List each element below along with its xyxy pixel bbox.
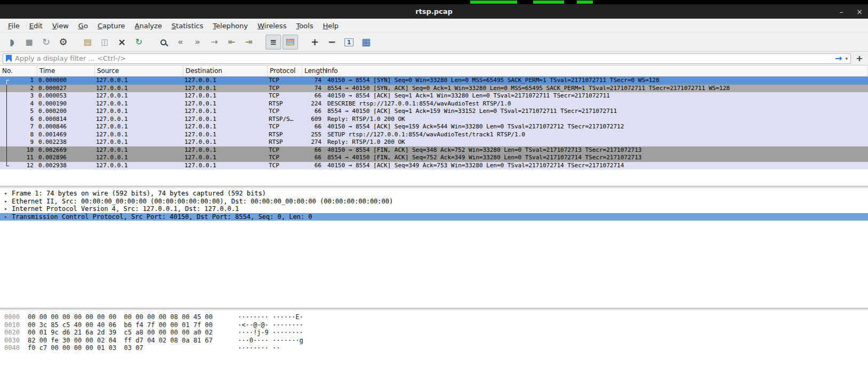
first-packet-icon: ⇤	[228, 38, 235, 46]
zoom-original-icon: 1	[344, 38, 354, 46]
menu-tools[interactable]: Tools	[291, 20, 318, 32]
capture-options-button[interactable]: ⚙	[55, 35, 71, 50]
menu-statistics[interactable]: Statistics	[167, 20, 208, 32]
open-file-button[interactable]: ▤	[80, 35, 95, 50]
packet-row[interactable]: 20.000027127.0.0.1127.0.0.1TCP748554 → 4…	[0, 85, 868, 93]
save-file-button[interactable]: ◫	[97, 35, 112, 50]
packet-list-header: No. Time Source Destination Protocol Len…	[0, 66, 868, 77]
titlebar[interactable]: rtsp.pcap – ×	[0, 4, 868, 19]
hex-row[interactable]: 0030 82 00 fe 30 00 00 02 04 ff d7 04 02…	[4, 337, 868, 345]
desktop-artifact	[470, 1, 517, 4]
menu-view[interactable]: View	[47, 20, 74, 32]
display-filter-input[interactable]	[15, 54, 832, 62]
column-header-info[interactable]: Info	[324, 66, 868, 76]
auto-scroll-icon: ≡	[270, 38, 277, 46]
colorize-button[interactable]	[283, 35, 298, 50]
start-capture-button[interactable]: ◗	[4, 35, 20, 50]
detail-row-ethernet[interactable]: Ethernet II, Src: 00:00:00_00:00:00 (00:…	[0, 198, 868, 206]
auto-scroll-button[interactable]: ≡	[266, 35, 281, 50]
zoom-original-button[interactable]: 1	[341, 35, 357, 50]
menu-capture[interactable]: Capture	[93, 20, 130, 32]
find-packet-button[interactable]	[156, 35, 171, 50]
close-file-button[interactable]: ×	[114, 35, 130, 50]
go-back-button[interactable]: «	[173, 35, 188, 50]
packet-row[interactable]: 10.000000127.0.0.1127.0.0.1TCP7440150 → …	[0, 77, 868, 85]
column-header-no[interactable]: No.	[0, 66, 37, 76]
go-to-packet-button[interactable]: ⇢	[207, 35, 222, 50]
resize-columns-button[interactable]: ▦	[358, 35, 374, 50]
detail-row-tcp[interactable]: Transmission Control Protocol, Src Port:…	[0, 213, 868, 221]
desktop-artifact	[577, 1, 593, 4]
restart-capture-icon: ↻	[42, 37, 50, 47]
apply-filter-icon[interactable]: →	[835, 54, 842, 63]
desktop-background	[0, 0, 868, 4]
menu-wireless[interactable]: Wireless	[253, 20, 291, 32]
reload-file-button[interactable]: ↻	[131, 35, 147, 50]
hex-dump-pane: 0000 00 00 00 00 00 00 00 00 00 00 00 00…	[0, 310, 868, 383]
packet-row[interactable]: 50.000200127.0.0.1127.0.0.1TCP668554 → 4…	[0, 108, 868, 116]
menu-telephony[interactable]: Telephony	[208, 20, 253, 32]
last-packet-icon: ⇥	[245, 38, 252, 46]
menu-help[interactable]: Help	[318, 20, 343, 32]
column-header-time[interactable]: Time	[37, 66, 95, 76]
packet-row[interactable]: 60.000814127.0.0.1127.0.0.1RTSP/S…609Rep…	[0, 116, 868, 124]
stop-capture-icon: ■	[25, 38, 33, 46]
go-to-packet-icon: ⇢	[211, 38, 218, 46]
packet-row[interactable]: 30.000053127.0.0.1127.0.0.1TCP6640150 → …	[0, 92, 868, 100]
column-header-protocol[interactable]: Protocol	[268, 66, 302, 76]
packet-row[interactable]: 40.000190127.0.0.1127.0.0.1RTSP224DESCRI…	[0, 100, 868, 108]
expander-icon[interactable]	[0, 198, 12, 206]
filter-bookmark-icon[interactable]	[6, 55, 12, 62]
expander-icon[interactable]	[0, 205, 12, 213]
packet-row[interactable]: 120.002938127.0.0.1127.0.0.1TCP6640150 →…	[0, 162, 868, 170]
display-filter-field[interactable]: → ▾	[3, 53, 851, 64]
packet-row[interactable]: 110.002896127.0.0.1127.0.0.1TCP668554 → …	[0, 154, 868, 162]
find-packet-icon	[160, 39, 166, 45]
packet-row[interactable]: 100.002669127.0.0.1127.0.0.1TCP6640150 →…	[0, 146, 868, 154]
detail-row-ip[interactable]: Internet Protocol Version 4, Src: 127.0.…	[0, 205, 868, 213]
last-packet-button[interactable]: ⇥	[241, 35, 256, 50]
column-header-source[interactable]: Source	[95, 66, 183, 76]
zoom-out-button[interactable]: −	[324, 35, 340, 50]
column-header-length[interactable]: Length	[302, 66, 324, 76]
expander-icon[interactable]	[0, 213, 12, 221]
menu-go[interactable]: Go	[74, 20, 93, 32]
close-icon[interactable]: ×	[855, 7, 864, 16]
menu-analyze[interactable]: Analyze	[130, 20, 167, 32]
filter-dropdown-icon[interactable]: ▾	[845, 56, 848, 61]
restart-capture-button[interactable]: ↻	[38, 35, 54, 50]
packet-row[interactable]: 90.002238127.0.0.1127.0.0.1RTSP274Reply:…	[0, 138, 868, 146]
expander-icon[interactable]	[0, 190, 12, 198]
packet-details-pane: Frame 1: 74 bytes on wire (592 bits), 74…	[0, 188, 868, 308]
filter-bar: → ▾ +	[0, 52, 868, 66]
add-filter-button[interactable]: +	[854, 53, 865, 63]
zoom-out-icon: −	[328, 37, 336, 47]
save-file-icon: ◫	[101, 38, 108, 46]
reload-file-icon: ↻	[135, 38, 142, 46]
packet-list: 10.000000127.0.0.1127.0.0.1TCP7440150 → …	[0, 77, 868, 186]
start-capture-icon: ◗	[10, 38, 14, 47]
desktop-artifact	[533, 1, 564, 4]
hex-row[interactable]: 0010 00 3c 85 c5 40 00 40 06 b6 f4 7f 00…	[4, 321, 868, 329]
hex-row[interactable]: 0040 f0 c7 00 00 00 00 01 03 03 07 ·····…	[4, 344, 868, 352]
minimize-icon[interactable]: –	[837, 7, 846, 16]
go-back-icon: «	[178, 38, 183, 46]
packet-list-empty-area	[0, 169, 868, 186]
hex-row[interactable]: 0020 00 01 9c d6 21 6a 2d 39 c5 a8 00 00…	[4, 329, 868, 337]
stop-capture-button[interactable]: ■	[21, 35, 37, 50]
go-forward-icon: »	[195, 38, 200, 46]
menu-file[interactable]: File	[3, 20, 25, 32]
colorize-icon	[286, 39, 294, 45]
hex-row[interactable]: 0000 00 00 00 00 00 00 00 00 00 00 00 00…	[4, 313, 868, 321]
open-file-icon: ▤	[84, 38, 92, 46]
column-header-destination[interactable]: Destination	[183, 66, 268, 76]
zoom-in-button[interactable]: +	[307, 35, 323, 50]
go-forward-button[interactable]: »	[190, 35, 205, 50]
packet-row[interactable]: 70.000846127.0.0.1127.0.0.1TCP6640150 → …	[0, 123, 868, 131]
detail-row-frame[interactable]: Frame 1: 74 bytes on wire (592 bits), 74…	[0, 190, 868, 198]
packet-row[interactable]: 80.001469127.0.0.1127.0.0.1RTSP255SETUP …	[0, 131, 868, 139]
first-packet-button[interactable]: ⇤	[224, 35, 239, 50]
window-title: rtsp.pcap	[415, 7, 453, 15]
menu-edit[interactable]: Edit	[25, 20, 47, 32]
capture-options-icon: ⚙	[59, 37, 67, 47]
